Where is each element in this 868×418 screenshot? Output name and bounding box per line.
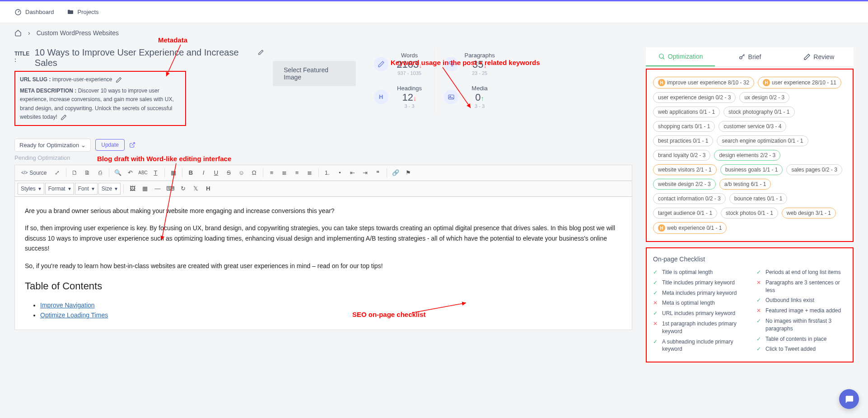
edit-slug-icon[interactable] bbox=[116, 77, 122, 83]
format-select[interactable]: Format ▾ bbox=[45, 183, 74, 195]
bold-icon[interactable]: B bbox=[185, 167, 197, 179]
h-badge: H bbox=[658, 79, 665, 86]
omega-icon[interactable]: Ω bbox=[248, 167, 260, 179]
refresh-icon[interactable]: ↻ bbox=[177, 183, 189, 195]
check-icon: ✓ bbox=[756, 335, 762, 343]
nav-projects[interactable]: Projects bbox=[67, 9, 99, 16]
home-icon[interactable] bbox=[14, 29, 22, 37]
outdent-icon[interactable]: ⇤ bbox=[347, 167, 359, 179]
tab-brief[interactable]: Brief bbox=[715, 47, 784, 66]
print-icon[interactable]: ⎙ bbox=[94, 167, 106, 179]
edit-title-icon[interactable] bbox=[258, 49, 264, 56]
list-ul-icon[interactable]: • bbox=[334, 167, 346, 179]
image-icon[interactable]: ▦ bbox=[168, 167, 179, 179]
h-badge: H bbox=[763, 79, 770, 86]
editor-body[interactable]: Are you a brand owner serious about maki… bbox=[15, 197, 632, 330]
svg-point-8 bbox=[739, 56, 742, 59]
select-featured-image-button[interactable]: Select Featured Image bbox=[273, 61, 355, 86]
keyword-pill[interactable]: search engine optimization 0/1 - 1 bbox=[717, 135, 808, 146]
twitter-icon[interactable]: 𝕏 bbox=[190, 183, 201, 195]
tab-optimization[interactable]: Optimization bbox=[646, 47, 715, 66]
checklist-item: ✓Periods at end of long list items bbox=[756, 267, 846, 278]
italic-icon[interactable]: I bbox=[198, 167, 210, 179]
indent-icon[interactable]: ⇥ bbox=[359, 167, 371, 179]
code-icon[interactable]: ⌨ bbox=[164, 183, 176, 195]
source-button[interactable]: </>Source bbox=[18, 167, 51, 179]
editor-paragraph: Are you a brand owner serious about maki… bbox=[25, 206, 622, 216]
stat-media: Media0↑3 - 3 bbox=[435, 80, 505, 113]
keyword-pill[interactable]: Huser experience 28/10 - 11 bbox=[758, 77, 841, 88]
keyword-pill[interactable]: web design 3/1 - 1 bbox=[782, 208, 836, 218]
toc-link[interactable]: Optimize Loading Times bbox=[40, 311, 108, 319]
keyword-pill[interactable]: contact information 0/2 - 3 bbox=[653, 193, 726, 204]
edit-meta-icon[interactable] bbox=[61, 114, 67, 121]
breadcrumb-project[interactable]: Custom WordPress Websites bbox=[37, 29, 119, 37]
checklist-item: ✕1st paragraph includes primary keyword bbox=[653, 319, 743, 337]
check-icon: ✓ bbox=[653, 289, 658, 297]
keyword-pill[interactable]: ux design 0/2 - 3 bbox=[739, 92, 789, 103]
insert-image-icon[interactable]: 🖼 bbox=[126, 183, 138, 195]
heading-btn-icon[interactable]: H bbox=[202, 183, 214, 195]
keyword-pill[interactable]: Hweb experience 0/1 - 1 bbox=[653, 222, 727, 234]
update-button[interactable]: Update bbox=[95, 139, 125, 151]
styles-select[interactable]: Styles ▾ bbox=[18, 183, 44, 195]
slug-value: improve-user-experience bbox=[52, 76, 112, 83]
align-right-icon[interactable]: ≡ bbox=[291, 167, 303, 179]
new-doc-icon[interactable]: 🗋 bbox=[69, 167, 81, 179]
checklist-item: ✓A subheading include primary keyword bbox=[653, 337, 743, 355]
metadata-box: URL SLUG : improve-user-experience META … bbox=[14, 71, 186, 126]
folder-icon bbox=[67, 9, 74, 16]
keyword-pill[interactable]: customer service 0/3 - 4 bbox=[719, 121, 786, 132]
toc-link[interactable]: Improve Navigation bbox=[40, 302, 95, 309]
keyword-pill[interactable]: brand loyalty 0/2 - 3 bbox=[653, 150, 710, 161]
underline-icon[interactable]: U bbox=[210, 167, 222, 179]
keyword-pill[interactable]: design elements 2/2 - 3 bbox=[714, 150, 780, 161]
keyword-pill[interactable]: stock photos 0/1 - 1 bbox=[721, 208, 778, 218]
keyword-pill[interactable]: sales pages 0/2 - 3 bbox=[786, 164, 842, 175]
keyword-pill[interactable]: web applications 0/1 - 1 bbox=[653, 107, 720, 117]
h-badge: H bbox=[658, 224, 665, 232]
list-ol-icon[interactable]: 1. bbox=[322, 167, 333, 179]
hr-icon[interactable]: — bbox=[152, 183, 163, 195]
keyword-pill[interactable]: website design 2/2 - 3 bbox=[653, 179, 716, 190]
size-select[interactable]: Size ▾ bbox=[98, 183, 121, 195]
status-select[interactable]: Ready for Optimization⌄ bbox=[14, 139, 91, 152]
check-icon: ✓ bbox=[756, 317, 762, 325]
zoom-icon[interactable]: 🔍 bbox=[112, 167, 124, 179]
keyword-pill[interactable]: best practices 0/1 - 1 bbox=[653, 135, 713, 146]
nav-dashboard[interactable]: Dashboard bbox=[14, 9, 54, 16]
annotation-keywords: Keyword usage in the post + related keyw… bbox=[391, 59, 540, 66]
keyword-pill[interactable]: business goals 1/1 - 1 bbox=[720, 164, 783, 175]
checklist-item: ✓Click to Tweet added bbox=[756, 344, 846, 354]
align-center-icon[interactable]: ≣ bbox=[279, 167, 290, 179]
clear-format-icon[interactable]: T bbox=[150, 167, 162, 179]
keyword-pill[interactable]: a/b testing 6/1 - 1 bbox=[719, 179, 771, 190]
check-icon: ✓ bbox=[653, 310, 658, 317]
save-icon[interactable]: 🗎 bbox=[82, 167, 93, 179]
align-justify-icon[interactable]: ≣ bbox=[304, 167, 316, 179]
font-select[interactable]: Font ▾ bbox=[75, 183, 98, 195]
emoji-icon[interactable]: ☺ bbox=[236, 167, 247, 179]
keyword-pill[interactable]: shopping carts 0/1 - 1 bbox=[653, 121, 715, 132]
expand-icon[interactable]: ⤢ bbox=[51, 167, 63, 179]
undo-icon[interactable]: ↶ bbox=[125, 167, 136, 179]
checklist-panel: On-page Checklist ✓Title is optimal leng… bbox=[646, 247, 854, 362]
strike-icon[interactable]: S bbox=[223, 167, 235, 179]
check-icon: ✓ bbox=[756, 345, 762, 353]
align-left-icon[interactable]: ≡ bbox=[266, 167, 278, 179]
open-new-icon[interactable] bbox=[129, 142, 135, 148]
keyword-pill[interactable]: user experience design 0/2 - 3 bbox=[653, 92, 736, 103]
keyword-pill[interactable]: bounce rates 0/1 - 1 bbox=[729, 193, 788, 204]
link-icon[interactable]: 🔗 bbox=[390, 167, 401, 179]
keyword-pill[interactable]: target audience 0/1 - 1 bbox=[653, 208, 717, 218]
slug-label: URL SLUG : bbox=[20, 76, 51, 83]
checklist-item: ✓Title is optimal length bbox=[653, 267, 743, 278]
keyword-pill[interactable]: Himprove user experience 8/10 - 32 bbox=[653, 77, 754, 88]
spellcheck-icon[interactable]: ABC bbox=[137, 167, 149, 179]
keyword-pill[interactable]: website visitors 2/1 - 1 bbox=[653, 164, 717, 175]
table-icon[interactable]: ▦ bbox=[139, 183, 151, 195]
tab-review[interactable]: Review bbox=[784, 47, 854, 66]
flag-icon[interactable]: ⚑ bbox=[402, 167, 414, 179]
quote-icon[interactable]: ❝ bbox=[372, 167, 384, 179]
keyword-pill[interactable]: stock photography 0/1 - 1 bbox=[723, 107, 794, 117]
